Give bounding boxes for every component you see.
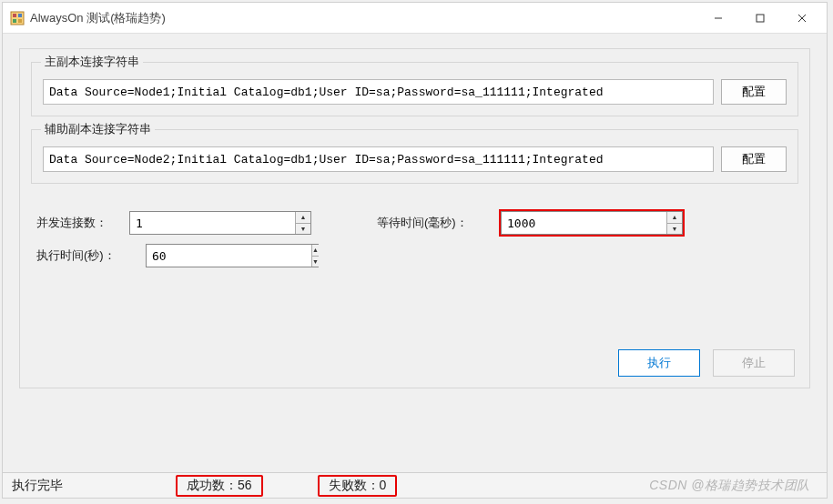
status-state: 执行完毕	[12, 478, 121, 494]
statusbar: 执行完毕 成功数：56 失败数：0	[3, 472, 827, 498]
execute-button[interactable]: 执行	[618, 349, 700, 377]
wait-up[interactable]: ▲	[667, 212, 682, 224]
concurrent-param: 并发连接数： ▲ ▼	[36, 211, 311, 235]
content-area: 主副本连接字符串 配置 辅助副本连接字符串 配置 并发连接数：	[3, 34, 827, 472]
svg-rect-6	[757, 15, 764, 22]
status-fail-label: 失败数：	[329, 478, 380, 492]
app-window: AlwaysOn 测试(格瑞趋势) 主副本连接字符串 配置 辅助副本连接字符串	[2, 2, 828, 499]
close-button[interactable]	[781, 5, 823, 32]
primary-group: 主副本连接字符串 配置	[31, 62, 798, 116]
close-icon	[797, 14, 807, 23]
wait-param: 等待时间(毫秒)： ▲ ▼	[377, 211, 683, 235]
wait-input[interactable]	[502, 212, 666, 234]
exectime-param: 执行时间(秒)： ▲ ▼	[36, 244, 319, 267]
main-panel: 主副本连接字符串 配置 辅助副本连接字符串 配置 并发连接数：	[19, 48, 810, 388]
secondary-config-button[interactable]: 配置	[721, 146, 787, 172]
stop-button[interactable]: 停止	[713, 349, 795, 377]
param-row-2: 执行时间(秒)： ▲ ▼	[31, 244, 798, 267]
svg-rect-3	[13, 19, 16, 23]
exectime-label: 执行时间(秒)：	[36, 247, 137, 264]
minimize-button[interactable]	[697, 5, 739, 32]
wait-down[interactable]: ▼	[667, 224, 682, 235]
status-success: 成功数：56	[176, 475, 263, 497]
primary-conn-input[interactable]	[43, 79, 714, 105]
secondary-group-title: 辅助副本连接字符串	[41, 121, 155, 137]
param-row-1: 并发连接数： ▲ ▼ 等待时间(毫秒)： ▲	[31, 211, 798, 235]
status-fail-value: 0	[380, 478, 387, 492]
concurrent-up[interactable]: ▲	[296, 212, 310, 224]
svg-rect-2	[18, 14, 22, 17]
wait-stepper[interactable]: ▲ ▼	[501, 211, 683, 235]
svg-rect-1	[13, 14, 16, 17]
titlebar: AlwaysOn 测试(格瑞趋势)	[3, 3, 827, 34]
secondary-group: 辅助副本连接字符串 配置	[31, 129, 798, 184]
concurrent-stepper[interactable]: ▲ ▼	[129, 211, 311, 235]
action-row: 执行 停止	[31, 349, 798, 377]
concurrent-label: 并发连接数：	[36, 215, 120, 231]
secondary-conn-input[interactable]	[43, 146, 714, 172]
concurrent-down[interactable]: ▼	[296, 224, 310, 235]
wait-label: 等待时间(毫秒)：	[377, 215, 492, 231]
minimize-icon	[714, 14, 723, 23]
maximize-icon	[756, 14, 765, 23]
svg-rect-4	[18, 19, 22, 23]
exectime-input[interactable]	[147, 245, 311, 267]
status-success-label: 成功数：	[187, 478, 238, 492]
maximize-button[interactable]	[739, 5, 781, 32]
app-icon	[10, 11, 25, 25]
exectime-up[interactable]: ▲	[312, 245, 319, 257]
status-success-value: 56	[238, 478, 252, 492]
window-title: AlwaysOn 测试(格瑞趋势)	[30, 10, 166, 26]
exectime-stepper[interactable]: ▲ ▼	[146, 244, 319, 267]
primary-config-button[interactable]: 配置	[721, 79, 787, 105]
status-fail: 失败数：0	[318, 475, 398, 497]
primary-group-title: 主副本连接字符串	[41, 54, 143, 70]
exectime-down[interactable]: ▼	[312, 257, 319, 267]
concurrent-input[interactable]	[130, 212, 295, 234]
